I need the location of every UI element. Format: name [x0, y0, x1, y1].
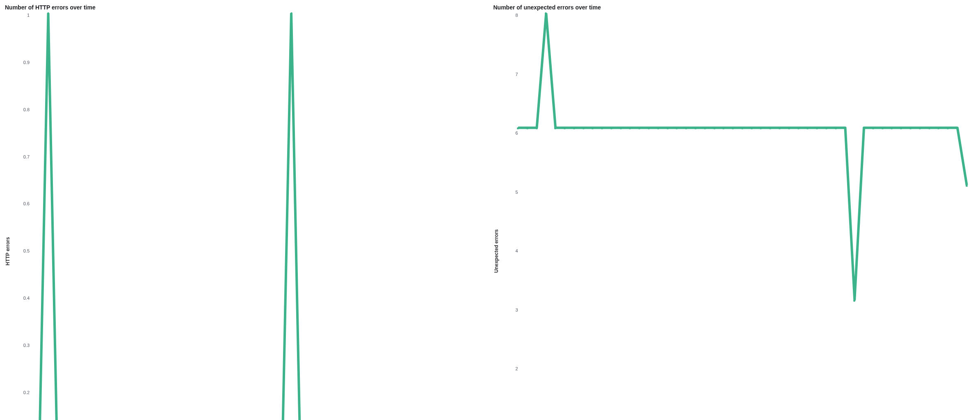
data-point[interactable] [779, 127, 781, 129]
data-point[interactable] [966, 185, 968, 187]
chart-area[interactable]: Unexpected errors87654321012:0015:0018:0… [493, 13, 976, 420]
data-point[interactable] [676, 127, 678, 129]
data-point[interactable] [956, 127, 958, 129]
data-point[interactable] [290, 12, 292, 14]
data-point[interactable] [648, 127, 650, 129]
chart-panel-http: Number of HTTP errors over timeHTTP erro… [4, 4, 488, 420]
data-point[interactable] [928, 127, 930, 129]
plot-area[interactable] [30, 13, 488, 420]
data-point[interactable] [554, 127, 556, 129]
data-point[interactable] [732, 127, 734, 129]
data-point[interactable] [620, 127, 622, 129]
data-point[interactable] [657, 127, 659, 129]
y-tick-label: 0.3 [23, 343, 30, 348]
data-point[interactable] [741, 127, 743, 129]
data-point[interactable] [835, 127, 837, 129]
panel-title: Number of HTTP errors over time [5, 4, 488, 11]
data-point[interactable] [909, 127, 911, 129]
y-tick-label: 0.5 [23, 249, 30, 253]
data-point[interactable] [882, 127, 884, 129]
data-point[interactable] [769, 127, 771, 129]
data-point[interactable] [47, 12, 49, 14]
data-point[interactable] [573, 127, 575, 129]
data-point[interactable] [638, 127, 640, 129]
data-point[interactable] [526, 127, 528, 129]
data-point[interactable] [797, 127, 800, 129]
data-point[interactable] [816, 127, 818, 129]
chart-panel-unexpected: Number of unexpected errors over timeUne… [493, 4, 976, 420]
data-point[interactable] [694, 127, 697, 129]
y-axis-ticks: 10.90.80.70.60.50.40.30.20.10 [23, 13, 30, 420]
data-point[interactable] [863, 127, 865, 129]
data-point[interactable] [667, 127, 669, 129]
data-point[interactable] [788, 127, 790, 129]
data-point[interactable] [947, 127, 949, 129]
data-point[interactable] [536, 127, 538, 129]
data-point[interactable] [592, 127, 594, 129]
data-point[interactable] [751, 127, 753, 129]
data-point[interactable] [825, 127, 827, 129]
data-point[interactable] [601, 127, 603, 129]
panel-title: Number of unexpected errors over time [493, 4, 976, 11]
y-tick-label: 1 [23, 13, 30, 18]
data-point[interactable] [760, 127, 762, 129]
data-point[interactable] [685, 127, 687, 129]
data-point[interactable] [517, 127, 519, 129]
data-point[interactable] [545, 12, 547, 14]
y-tick-label: 0.6 [23, 202, 30, 206]
data-point[interactable] [629, 127, 631, 129]
data-point[interactable] [844, 127, 846, 129]
data-point[interactable] [919, 127, 921, 129]
y-tick-label: 0.2 [23, 390, 30, 395]
data-point[interactable] [872, 127, 874, 129]
data-point[interactable] [610, 127, 612, 129]
data-point[interactable] [806, 127, 809, 129]
data-point[interactable] [853, 300, 855, 302]
data-point[interactable] [891, 127, 893, 129]
y-axis-label: HTTP errors [4, 13, 11, 420]
y-axis-label: Unexpected errors [493, 13, 500, 420]
data-point[interactable] [937, 127, 939, 129]
data-point[interactable] [713, 127, 715, 129]
y-tick-label: 0.4 [23, 296, 30, 301]
y-tick-label: 0.8 [23, 108, 30, 112]
y-tick-label: 0.9 [23, 60, 30, 65]
data-point[interactable] [564, 127, 566, 129]
data-point[interactable] [583, 127, 585, 129]
data-point[interactable] [900, 127, 902, 129]
plot-area[interactable] [518, 13, 976, 420]
chart-area[interactable]: HTTP errors10.90.80.70.60.50.40.30.20.10… [4, 13, 488, 420]
data-point[interactable] [722, 127, 724, 129]
data-point[interactable] [704, 127, 706, 129]
y-tick-label: 0.7 [23, 155, 30, 159]
